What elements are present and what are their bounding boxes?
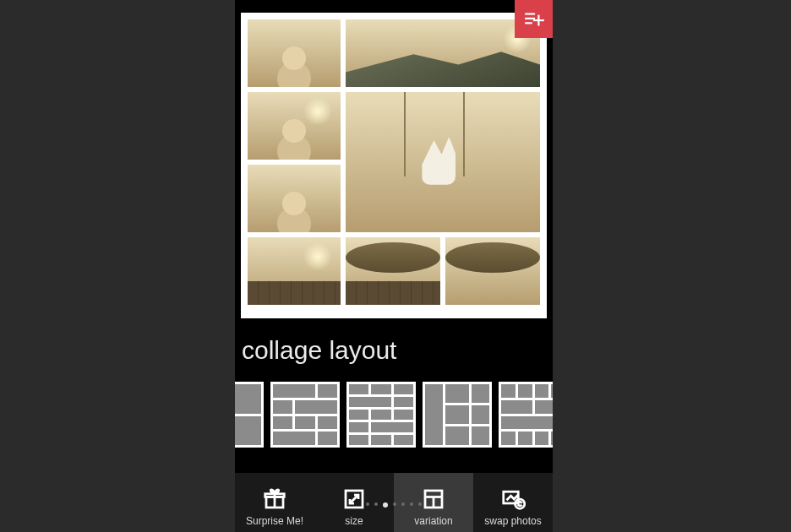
resize-icon (341, 486, 367, 512)
collage-tile[interactable] (248, 237, 341, 305)
size-button[interactable]: size (314, 473, 394, 532)
collage-tile[interactable] (445, 237, 540, 305)
svg-line-9 (350, 495, 358, 503)
toolbar-label: size (345, 515, 363, 527)
layout-option[interactable] (235, 382, 264, 448)
bottom-toolbar: Surprise Me! size variation (235, 473, 553, 532)
collage-tile[interactable] (346, 237, 440, 305)
layout-option[interactable] (270, 382, 340, 448)
toolbar-label: Surprise Me! (246, 515, 303, 527)
section-title: collage layout (242, 336, 396, 365)
collage-tile[interactable] (346, 19, 540, 87)
swap-icon (500, 486, 526, 512)
collage-tile[interactable] (248, 19, 341, 87)
toolbar-label: variation (414, 515, 452, 527)
layout-option[interactable] (499, 382, 553, 448)
collage-tile[interactable] (248, 92, 341, 160)
collage-tile[interactable] (248, 165, 341, 232)
swap-photos-button[interactable]: swap photos (473, 473, 553, 532)
app-viewport: collage layout (0, 0, 791, 532)
layout-option-strip[interactable] (235, 382, 553, 449)
collage-preview[interactable] (241, 13, 547, 318)
surprise-me-button[interactable]: Surprise Me! (235, 473, 314, 532)
add-to-list-button[interactable] (515, 0, 553, 38)
layout-option[interactable] (423, 382, 492, 448)
gift-icon (262, 486, 287, 512)
variation-button[interactable]: variation (394, 473, 473, 532)
collage-grid (248, 19, 540, 312)
phone-frame: collage layout (235, 0, 553, 532)
playlist-add-icon (523, 8, 545, 30)
collage-tile[interactable] (346, 92, 540, 232)
layout-icon (421, 486, 446, 512)
toolbar-label: swap photos (484, 515, 541, 527)
layout-option[interactable] (346, 382, 416, 448)
